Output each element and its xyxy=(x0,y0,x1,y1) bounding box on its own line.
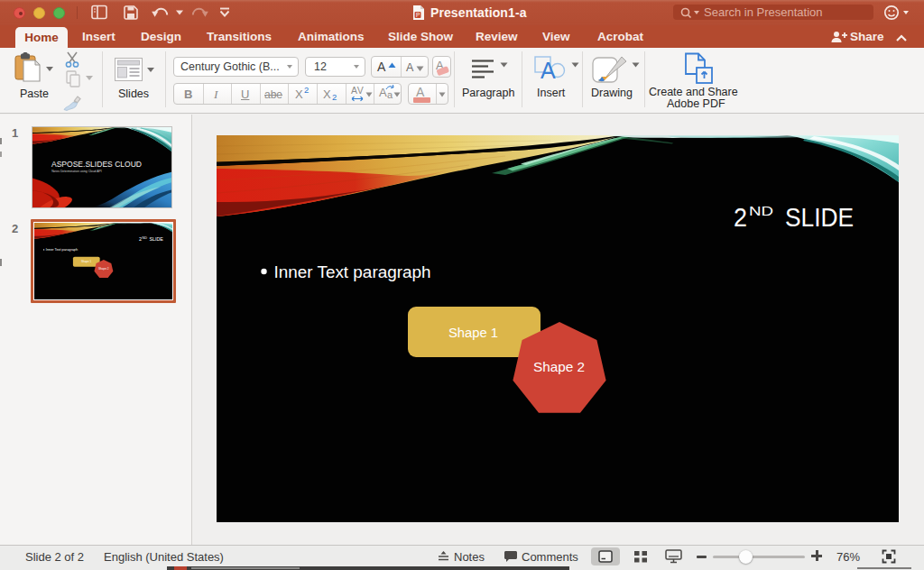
svg-text:A: A xyxy=(541,58,556,83)
svg-text:P: P xyxy=(416,12,420,18)
